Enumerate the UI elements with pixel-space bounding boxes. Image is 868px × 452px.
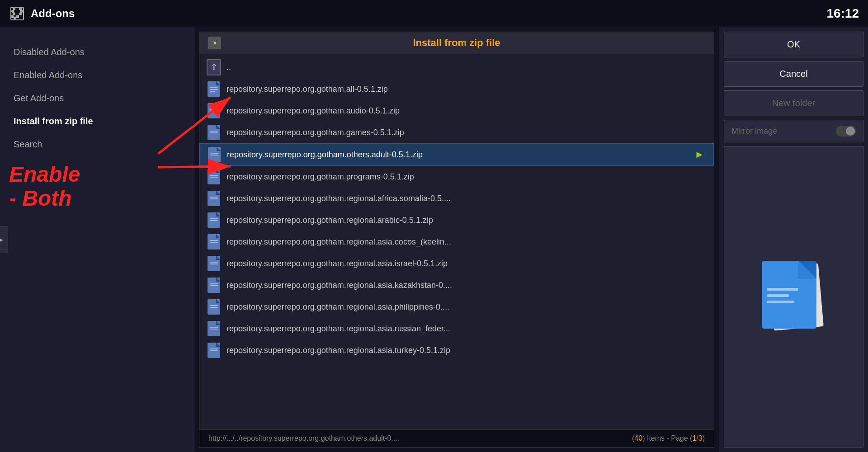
- zip-file-icon: [207, 256, 221, 271]
- svg-rect-20: [210, 175, 218, 176]
- mirror-image-label: Mirror image: [731, 127, 777, 136]
- dialog-header: × Install from zip file: [199, 32, 714, 54]
- status-path: http://.../../repository.superrepo.org.g…: [208, 434, 399, 443]
- file-preview-area: [724, 146, 863, 447]
- file-item[interactable]: repository.superrepo.org.gotham.regional…: [199, 274, 714, 296]
- svg-rect-13: [210, 132, 218, 133]
- header-time: 16:12: [826, 6, 859, 21]
- file-item-selected[interactable]: repository.superrepo.org.gotham.others.a…: [199, 143, 714, 166]
- svg-rect-5: [210, 91, 215, 92]
- annotation-enable-both: Enable - Both: [9, 163, 80, 211]
- svg-rect-52: [210, 348, 218, 349]
- svg-rect-44: [210, 305, 218, 306]
- svg-rect-12: [210, 131, 218, 132]
- svg-rect-37: [210, 264, 218, 264]
- svg-rect-28: [210, 218, 218, 219]
- svg-rect-32: [210, 240, 218, 241]
- file-item[interactable]: repository.superrepo.org.gotham.regional…: [199, 253, 714, 274]
- status-count: 40: [634, 434, 642, 442]
- close-icon: ×: [213, 39, 217, 47]
- svg-rect-21: [210, 177, 218, 178]
- svg-rect-3: [210, 87, 218, 88]
- cancel-button[interactable]: Cancel: [724, 61, 863, 87]
- selection-arrow-icon: ►: [694, 149, 704, 160]
- zip-file-icon: [207, 82, 221, 96]
- dialog-title: Install from zip file: [221, 37, 692, 49]
- sidebar-item-search[interactable]: Search: [0, 133, 194, 156]
- zip-file-icon: [207, 235, 221, 249]
- zip-file-icon: [207, 104, 221, 118]
- status-page-total: 3: [698, 434, 703, 442]
- file-list[interactable]: ⇧ .. repository.su: [199, 54, 714, 429]
- header-left: Add-ons: [9, 5, 75, 22]
- content-area: × Install from zip file ⇧ ..: [194, 27, 719, 452]
- parent-dir-item[interactable]: ⇧ ..: [199, 56, 714, 78]
- svg-rect-59: [767, 288, 798, 291]
- zip-preview-icon: [758, 256, 830, 338]
- svg-rect-9: [210, 111, 218, 112]
- file-item[interactable]: repository.superrepo.org.gotham.regional…: [199, 188, 714, 209]
- zip-file-icon: [207, 278, 221, 292]
- svg-rect-4: [210, 89, 218, 90]
- svg-rect-61: [767, 301, 794, 303]
- file-item[interactable]: repository.superrepo.org.gotham.regional…: [199, 296, 714, 318]
- mirror-image-toggle[interactable]: [836, 126, 856, 137]
- zip-file-icon: [207, 343, 221, 358]
- svg-rect-29: [210, 220, 218, 221]
- file-item[interactable]: repository.superrepo.org.gotham.regional…: [199, 318, 714, 339]
- file-item[interactable]: repository.superrepo.org.gotham.all-0.5.…: [199, 78, 714, 100]
- nav-arrow-left[interactable]: ▶: [0, 226, 8, 253]
- sidebar-item-disabled-addons[interactable]: Disabled Add-ons: [0, 41, 194, 64]
- file-dialog: × Install from zip file ⇧ ..: [199, 32, 714, 447]
- zip-file-icon: [207, 300, 221, 314]
- main-layout: Disabled Add-ons Enabled Add-ons Get Add…: [0, 27, 868, 452]
- svg-rect-24: [210, 197, 218, 198]
- svg-rect-33: [210, 242, 218, 243]
- sidebar-nav: Disabled Add-ons Enabled Add-ons Get Add…: [0, 36, 194, 160]
- sidebar-item-enabled-addons[interactable]: Enabled Add-ons: [0, 64, 194, 87]
- file-item[interactable]: repository.superrepo.org.gotham.programs…: [199, 166, 714, 188]
- zip-file-icon: [207, 321, 221, 336]
- up-dir-icon: ⇧: [207, 60, 221, 75]
- dialog-close-button[interactable]: ×: [208, 37, 221, 49]
- app-header: Add-ons 16:12: [0, 0, 868, 27]
- svg-rect-45: [210, 307, 218, 308]
- svg-rect-36: [210, 262, 218, 263]
- sidebar: Disabled Add-ons Enabled Add-ons Get Add…: [0, 27, 194, 452]
- ok-button[interactable]: OK: [724, 32, 863, 57]
- mirror-image-row: Mirror image: [724, 120, 863, 142]
- dialog-status-bar: http://.../../repository.superrepo.org.g…: [199, 429, 714, 447]
- file-item[interactable]: repository.superrepo.org.gotham.regional…: [199, 231, 714, 253]
- chevron-left-icon: ▶: [0, 235, 3, 245]
- toggle-dot: [846, 127, 855, 136]
- svg-rect-17: [210, 155, 218, 155]
- parent-dir-label: ..: [226, 63, 231, 72]
- svg-rect-8: [210, 109, 218, 110]
- svg-rect-16: [210, 153, 218, 154]
- zip-file-icon: [207, 191, 221, 206]
- puzzle-icon: [9, 5, 25, 22]
- svg-rect-40: [210, 283, 218, 284]
- status-page-current: 1: [692, 434, 696, 442]
- right-panel: OK Cancel New folder Mirror image: [719, 27, 868, 452]
- sidebar-item-install-from-zip[interactable]: Install from zip file: [0, 110, 194, 133]
- new-folder-button[interactable]: New folder: [724, 90, 863, 116]
- file-item[interactable]: repository.superrepo.org.gotham.games-0.…: [199, 122, 714, 143]
- file-item[interactable]: repository.superrepo.org.gotham.regional…: [199, 209, 714, 231]
- file-item[interactable]: repository.superrepo.org.gotham.regional…: [199, 339, 714, 361]
- svg-rect-53: [210, 350, 218, 351]
- sidebar-item-get-addons[interactable]: Get Add-ons: [0, 87, 194, 110]
- status-items: (40) Items - Page (1/3): [632, 434, 705, 443]
- app-title: Add-ons: [31, 7, 75, 20]
- zip-file-icon: [207, 147, 222, 162]
- svg-rect-25: [210, 198, 218, 199]
- svg-rect-41: [210, 285, 218, 286]
- zip-file-icon: [207, 170, 221, 184]
- svg-rect-60: [767, 294, 789, 297]
- svg-rect-48: [210, 327, 218, 328]
- zip-file-icon: [207, 213, 221, 227]
- zip-file-icon: [207, 125, 221, 140]
- file-item[interactable]: repository.superrepo.org.gotham.audio-0.…: [199, 100, 714, 122]
- svg-rect-49: [210, 329, 218, 330]
